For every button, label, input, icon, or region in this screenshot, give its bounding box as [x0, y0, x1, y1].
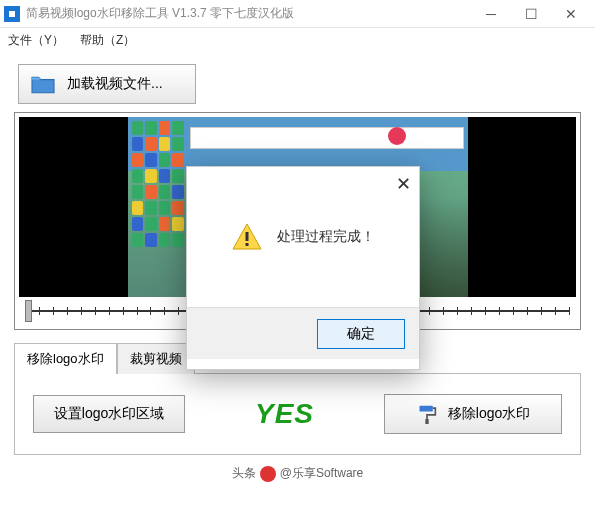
titlebar: 简易视频logo水印移除工具 V1.3.7 零下七度汉化版 ─ ☐ ✕ — [0, 0, 595, 28]
footer-prefix: 头条 — [232, 465, 256, 482]
svg-rect-2 — [246, 232, 249, 241]
status-yes: YES — [255, 398, 314, 430]
paint-roller-icon — [416, 404, 438, 424]
menu-help[interactable]: 帮助（Z） — [80, 32, 135, 49]
footer-attribution: 头条 @乐享Software — [0, 465, 595, 482]
dialog-footer: 确定 — [187, 307, 419, 359]
menubar: 文件（Y） 帮助（Z） — [0, 28, 595, 52]
watermark-label: 西瓜视频 — [410, 128, 458, 145]
set-logo-area-button[interactable]: 设置logo水印区域 — [33, 395, 185, 433]
slider-thumb[interactable] — [25, 300, 32, 322]
dialog-message: 处理过程完成！ — [277, 228, 375, 246]
remove-logo-button[interactable]: 移除logo水印 — [384, 394, 562, 434]
app-icon — [4, 6, 20, 22]
footer-avatar-icon — [260, 466, 276, 482]
menu-file[interactable]: 文件（Y） — [8, 32, 64, 49]
warning-icon — [231, 221, 263, 253]
desktop-icons — [128, 117, 188, 297]
load-video-label: 加载视频文件... — [67, 75, 163, 93]
remove-logo-label: 移除logo水印 — [448, 405, 530, 423]
tab-remove-logo[interactable]: 移除logo水印 — [14, 343, 117, 374]
pin-icon — [388, 127, 406, 145]
dialog-ok-button[interactable]: 确定 — [317, 319, 405, 349]
svg-rect-0 — [419, 406, 432, 412]
folder-icon — [29, 73, 57, 95]
tab-crop-video[interactable]: 裁剪视频 — [117, 343, 195, 374]
svg-rect-1 — [425, 419, 428, 424]
dialog-close-icon[interactable]: ✕ — [396, 173, 411, 195]
footer-author: @乐享Software — [280, 465, 364, 482]
load-video-button[interactable]: 加载视频文件... — [18, 64, 196, 104]
maximize-button[interactable]: ☐ — [511, 0, 551, 28]
watermark-badge: 西瓜视频 — [388, 127, 458, 145]
close-button[interactable]: ✕ — [551, 0, 591, 28]
dialog-body: 处理过程完成！ — [187, 167, 419, 307]
tab-panel: 设置logo水印区域 YES 移除logo水印 — [14, 373, 581, 455]
window-title: 简易视频logo水印移除工具 V1.3.7 零下七度汉化版 — [26, 5, 471, 22]
completion-dialog: ✕ 处理过程完成！ 确定 — [186, 166, 420, 370]
window-controls: ─ ☐ ✕ — [471, 0, 591, 28]
svg-rect-3 — [246, 243, 249, 246]
minimize-button[interactable]: ─ — [471, 0, 511, 28]
